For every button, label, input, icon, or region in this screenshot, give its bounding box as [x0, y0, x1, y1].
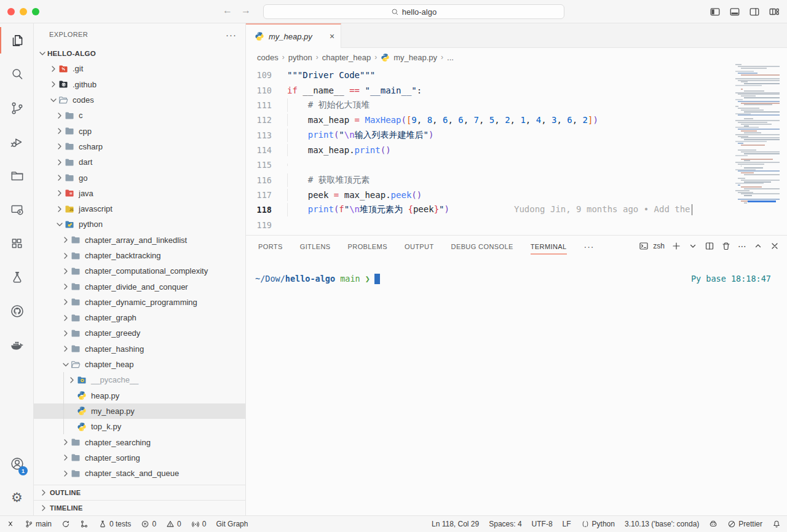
settings-gear-icon[interactable]: ⚙ — [0, 480, 34, 514]
explorer-icon[interactable] — [0, 23, 34, 57]
breadcrumb[interactable]: codes›python›chapter_heap›my_heap.py›... — [246, 48, 787, 66]
layout-customize-icon[interactable] — [769, 6, 780, 17]
close-tab-icon[interactable]: × — [330, 31, 334, 41]
tree-item-chapter-computational-complexity[interactable]: chapter_computational_complexity — [34, 263, 245, 279]
plus-icon[interactable] — [671, 241, 681, 251]
tree-item-hello-algo[interactable]: HELLO-ALGO — [34, 46, 245, 61]
status-branch[interactable]: main — [25, 520, 52, 528]
tree-item-java[interactable]: java — [34, 186, 245, 201]
panel-tab-debug-console[interactable]: DEBUG CONSOLE — [451, 236, 513, 258]
tree-item-github[interactable]: .github — [34, 77, 245, 92]
tree-item-c[interactable]: c — [34, 108, 245, 123]
panel-tab-output[interactable]: OUTPUT — [405, 236, 434, 258]
status-git-graph[interactable] — [80, 520, 89, 528]
status-broadcast[interactable]: 0 — [191, 520, 207, 528]
status-sync[interactable] — [61, 520, 70, 528]
tree-item-chapter-heap[interactable]: chapter_heap — [34, 357, 245, 372]
layout-panel-icon[interactable] — [729, 6, 740, 17]
tree-item-chapter-backtracking[interactable]: chapter_backtracking — [34, 248, 245, 263]
tree-item-chapter-searching[interactable]: chapter_searching — [34, 434, 245, 450]
status-copilot[interactable] — [709, 520, 718, 528]
tree-item-cpp[interactable]: cpp — [34, 123, 245, 138]
search-icon[interactable] — [0, 57, 34, 91]
panel-tab-terminal[interactable]: TERMINAL — [531, 236, 567, 258]
explorer-more-icon[interactable]: ··· — [226, 30, 237, 40]
tree-item-top-k-py[interactable]: top_k.py — [34, 419, 245, 434]
section-outline[interactable]: OUTLINE — [34, 485, 245, 500]
close-window-button[interactable] — [7, 8, 15, 15]
minimap[interactable] — [735, 64, 780, 212]
tree-item-git[interactable]: .git — [34, 61, 245, 76]
status-lf[interactable]: LF — [563, 520, 571, 528]
tree-item-chapter-hashing[interactable]: chapter_hashing — [34, 341, 245, 357]
status-remote[interactable] — [6, 520, 15, 528]
tree-item-heap-py[interactable]: heap.py — [34, 388, 245, 403]
tree-item-chapter-graph[interactable]: chapter_graph — [34, 310, 245, 325]
trash-icon[interactable] — [721, 241, 731, 251]
zoom-window-button[interactable] — [32, 8, 39, 15]
minimize-window-button[interactable] — [20, 8, 27, 15]
layout-sidebar-left-icon[interactable] — [710, 6, 721, 17]
github-icon[interactable] — [0, 294, 34, 328]
chevron-up-sm-icon[interactable] — [753, 241, 763, 251]
tree-item-chapter-stack-and-queue[interactable]: chapter_stack_and_queue — [34, 466, 245, 481]
shell-label[interactable]: zsh — [653, 242, 665, 250]
accounts-icon[interactable]: 1 — [0, 447, 34, 480]
tree-item-chapter-sorting[interactable]: chapter_sorting — [34, 450, 245, 466]
line-number: 113 — [246, 130, 280, 140]
command-center-search[interactable]: hello-algo — [263, 4, 564, 19]
remote-explorer-icon[interactable] — [0, 193, 34, 226]
status-spaces-4[interactable]: Spaces: 4 — [489, 520, 521, 528]
tree-item-chapter-greedy[interactable]: chapter_greedy — [34, 325, 245, 341]
testing-icon[interactable] — [0, 260, 34, 294]
source-control-icon[interactable] — [0, 91, 34, 125]
tree-item-chapter-dynamic-programming[interactable]: chapter_dynamic_programming — [34, 295, 245, 310]
tree-item-pycache[interactable]: __pycache__ — [34, 372, 245, 387]
run-debug-icon[interactable] — [0, 125, 34, 159]
tree-item-go[interactable]: go — [34, 170, 245, 185]
tree-item-codes[interactable]: codes — [34, 92, 245, 108]
status-prettier[interactable]: Prettier — [727, 520, 762, 528]
status-bell[interactable] — [772, 520, 781, 528]
status-flask[interactable]: 0 tests — [98, 520, 131, 528]
folder-view-icon[interactable] — [0, 159, 34, 193]
code-editor[interactable]: 109"""Driver Code"""110if __name__ == "_… — [246, 66, 787, 235]
tree-item-javascript[interactable]: JSjavascript — [34, 201, 245, 216]
status-3-10-13-base-conda[interactable]: 3.10.13 ('base': conda) — [625, 520, 699, 528]
terminal-content[interactable]: ~/Dow/hello-algo main ❯ Py base 18:18:47 — [255, 274, 771, 284]
breadcrumb-item-my-heap-py[interactable]: my_heap.py — [394, 53, 437, 62]
extensions-icon[interactable] — [0, 226, 34, 260]
close-x-icon[interactable] — [770, 241, 780, 251]
tree-item-python[interactable]: python — [34, 216, 245, 232]
breadcrumb-item-[interactable]: ... — [447, 53, 454, 62]
status-git-graph[interactable]: Git Graph — [216, 520, 248, 528]
breadcrumb-item-python[interactable]: python — [288, 53, 312, 62]
panel-tab-ports[interactable]: PORTS — [258, 236, 283, 258]
layout-sidebar-right-icon[interactable] — [749, 6, 760, 17]
split-editor-icon[interactable] — [705, 241, 714, 251]
status-python-lang[interactable]: Python — [581, 520, 615, 528]
tree-item-dart[interactable]: dart — [34, 154, 245, 170]
docker-icon[interactable] — [0, 328, 34, 362]
more-dots-icon[interactable]: ⋯ — [738, 241, 746, 251]
terminal-launch-icon[interactable] — [639, 241, 649, 251]
chevron-down-sm-icon[interactable] — [688, 241, 698, 251]
navigate-back-icon[interactable]: ← — [223, 5, 232, 16]
tree-item-csharp[interactable]: csharp — [34, 139, 245, 154]
tab-label: my_heap.py — [269, 32, 312, 41]
tree-item-my-heap-py[interactable]: my_heap.py — [34, 403, 245, 419]
status-ln-118-col-29[interactable]: Ln 118, Col 29 — [432, 520, 479, 528]
panel-tab-gitlens[interactable]: GITLENS — [300, 236, 331, 258]
navigate-forward-icon[interactable]: → — [241, 5, 251, 16]
breadcrumb-item-codes[interactable]: codes — [257, 53, 279, 62]
tree-item-chapter-array-and-linkedlist[interactable]: chapter_array_and_linkedlist — [34, 232, 245, 248]
status-error[interactable]: 0 — [141, 520, 156, 528]
panel-tab-problems[interactable]: PROBLEMS — [348, 236, 387, 258]
section-timeline[interactable]: TIMELINE — [34, 500, 245, 515]
breadcrumb-item-chapter-heap[interactable]: chapter_heap — [322, 53, 371, 62]
status-warning[interactable]: 0 — [166, 520, 181, 528]
tab-my-heap-py[interactable]: my_heap.py × — [246, 23, 341, 48]
tree-item-chapter-divide-and-conquer[interactable]: chapter_divide_and_conquer — [34, 279, 245, 294]
status-utf-8[interactable]: UTF-8 — [532, 520, 553, 528]
panel-tabs-more-icon[interactable]: ··· — [584, 242, 595, 252]
